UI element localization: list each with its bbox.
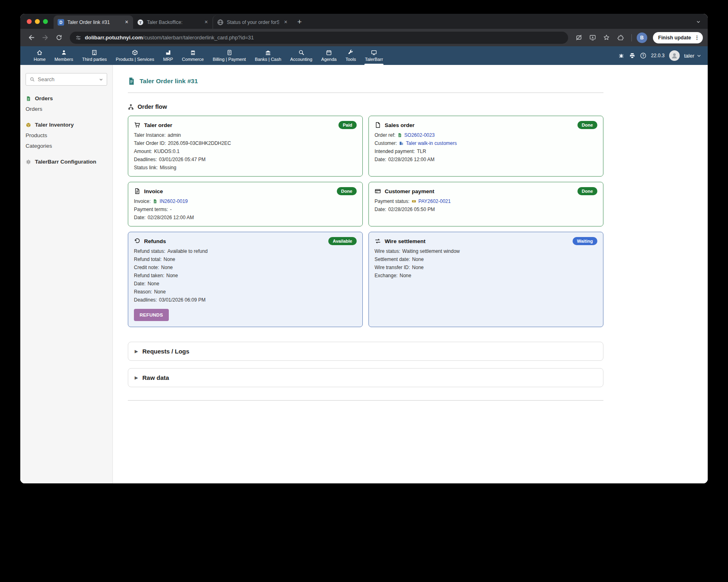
box-icon	[132, 50, 138, 56]
site-settings-icon[interactable]	[75, 35, 81, 41]
url-host: dolibarr.potuzhnyi.com	[85, 34, 143, 41]
sidebar-item-products[interactable]: Products	[26, 132, 107, 138]
tab-close-icon[interactable]: ×	[203, 19, 209, 26]
nav-item-members[interactable]: Members	[50, 46, 78, 65]
browser-tab-status-of-your-order-forsync[interactable]: Status of your order forSync×	[213, 15, 292, 29]
search-dropdown-icon[interactable]	[99, 78, 103, 82]
address-bar[interactable]: dolibarr.potuzhnyi.com/custom/talerbarr/…	[70, 32, 568, 44]
help-icon[interactable]: ?	[640, 52, 646, 59]
nav-item-agenda[interactable]: Agenda	[317, 46, 341, 65]
field-row: Wire status:Waiting settlement window	[375, 248, 597, 254]
cart-icon	[134, 122, 140, 128]
field-link-so2602-0023[interactable]: SO2602-0023	[404, 132, 435, 138]
svg-text:T: T	[139, 20, 142, 24]
search-input[interactable]	[38, 76, 96, 82]
nav-item-home[interactable]: Home	[29, 46, 50, 65]
browser-menu-icon[interactable]: ⋮	[694, 34, 700, 41]
new-tab-button[interactable]: +	[294, 16, 305, 28]
print-icon[interactable]	[629, 52, 635, 59]
refunds-button[interactable]: REFUNDS	[134, 309, 169, 321]
field-row: Credit note:None	[134, 265, 357, 270]
field-link-pay2602-0021[interactable]: PAY2602-0021	[418, 198, 451, 204]
tab-close-icon[interactable]: ×	[282, 19, 289, 26]
field-row: Refund total:None	[134, 257, 357, 262]
sidebar-item-orders[interactable]: Orders	[26, 106, 107, 112]
search-box[interactable]	[26, 73, 107, 86]
nav-item-banks-cash[interactable]: Banks | Cash	[250, 46, 286, 65]
field-row: Date:02/28/2026 12:00 AM	[375, 157, 597, 162]
user-menu[interactable]: taler	[684, 53, 701, 59]
tab-strip: DTaler Order link #31×TTaler Backoffice:…	[20, 14, 708, 29]
nav-item-accounting[interactable]: Accounting	[286, 46, 317, 65]
main-panel: Taler Order link #31 Order flow Taler or…	[113, 65, 708, 483]
doc-green-icon	[153, 199, 157, 204]
browser-tab-taler-order-link-31[interactable]: DTaler Order link #31×	[54, 15, 133, 29]
sidebar-group-title[interactable]: Taler Inventory	[26, 122, 107, 128]
nav-item-products-services[interactable]: Products | Services	[111, 46, 159, 65]
chevron-right-icon: ▶	[135, 375, 138, 380]
extensions-button[interactable]	[614, 32, 627, 44]
status-badge: Done	[577, 121, 598, 129]
profile-avatar[interactable]: B	[637, 32, 647, 43]
field-row: Intended payment:TLR	[375, 149, 597, 154]
sidebar-groups: OrdersOrdersTaler InventoryProductsCateg…	[26, 95, 107, 165]
tab-search-button[interactable]	[694, 17, 703, 26]
screen-download-icon	[589, 34, 596, 41]
bookmark-button[interactable]	[601, 32, 613, 44]
field-row: Reason:None	[134, 289, 357, 295]
sidebar-item-categories[interactable]: Categories	[26, 143, 107, 149]
sidebar-group-title[interactable]: TalerBarr Configuration	[26, 159, 107, 165]
nav-item-mrp[interactable]: MRP	[159, 46, 177, 65]
star-icon	[603, 34, 610, 41]
nav-item-talerbarr[interactable]: TalerBarr	[360, 46, 388, 65]
content-area: OrdersOrdersTaler InventoryProductsCateg…	[20, 65, 708, 483]
nav-item-label: TalerBarr	[365, 57, 383, 62]
person-icon	[61, 50, 67, 56]
globe-favicon-icon	[217, 19, 224, 26]
nav-item-billing-payment[interactable]: Billing | Payment	[208, 46, 250, 65]
finish-update-button[interactable]: Finish update ⋮	[653, 32, 703, 43]
field-link-in2602-0019[interactable]: IN2602-0019	[159, 198, 187, 204]
home-icon	[37, 50, 43, 56]
field-link-taler-walk-in-customers[interactable]: Taler walk-in customers	[406, 140, 457, 146]
puzzle-icon	[617, 34, 624, 41]
sidebar-group-orders: OrdersOrders	[26, 95, 107, 112]
order-flow-title-text: Order flow	[138, 103, 167, 110]
status-badge: Waiting	[573, 237, 597, 245]
sidebar-group-title[interactable]: Orders	[26, 95, 107, 101]
status-badge: Done	[337, 187, 357, 195]
zoom-window-button[interactable]	[43, 19, 48, 24]
user-avatar[interactable]	[669, 50, 680, 61]
card-refunds: RefundsAvailableRefund status:Available …	[128, 232, 363, 327]
order-flow-grid: Taler orderPaidTaler Instance:adminTaler…	[128, 116, 603, 327]
field-row: Date:02/28/2026 12:00 AM	[134, 215, 357, 220]
tab-close-icon[interactable]: ×	[123, 19, 130, 26]
collapsible-requests-logs[interactable]: ▶Requests / Logs	[128, 342, 603, 361]
install-page-button[interactable]	[587, 32, 599, 44]
nav-item-label: MRP	[163, 57, 173, 62]
nav-item-third-parties[interactable]: Third parties	[78, 46, 111, 65]
title-divider	[128, 93, 603, 93]
card-title: Taler order	[144, 122, 172, 128]
reload-button[interactable]	[53, 32, 65, 44]
browser-tab-taler-backoffice[interactable]: TTaler Backoffice:×	[133, 15, 213, 29]
collapsible-raw-data[interactable]: ▶Raw data	[128, 368, 603, 387]
tab-title: Taler Backoffice:	[147, 19, 200, 25]
minimize-window-button[interactable]	[35, 19, 40, 24]
back-button[interactable]	[25, 32, 37, 44]
nav-item-commerce[interactable]: Commerce	[177, 46, 208, 65]
forward-button[interactable]	[39, 32, 51, 44]
order-flow-heading: Order flow	[128, 103, 603, 110]
nav-item-tools[interactable]: Tools	[341, 46, 360, 65]
card-wire-settlement: Wire settlementWaitingWire status:Waitin…	[368, 232, 603, 327]
finish-update-label: Finish update	[658, 35, 691, 41]
search-icon	[30, 77, 35, 82]
browser-toolbar: dolibarr.potuzhnyi.com/custom/talerbarr/…	[20, 29, 708, 46]
close-window-button[interactable]	[27, 19, 32, 24]
doc-icon	[375, 122, 381, 128]
sidebar-group-taler-inventory: Taler InventoryProductsCategories	[26, 122, 107, 149]
translate-off-button[interactable]	[573, 32, 585, 44]
app-navbar-right: ? 22.0.3 taler	[618, 46, 701, 65]
browser-tabs: DTaler Order link #31×TTaler Backoffice:…	[54, 15, 292, 29]
bug-icon[interactable]	[618, 52, 625, 59]
